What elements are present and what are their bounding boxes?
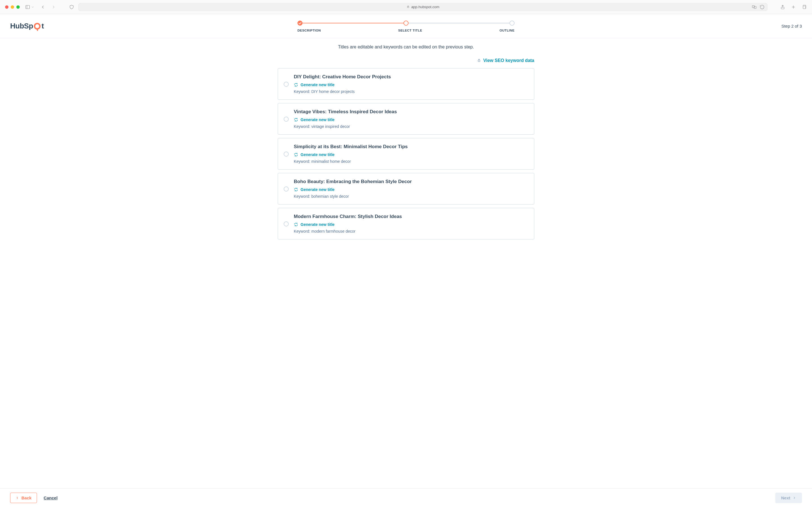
title-option-heading: Modern Farmhouse Charm: Stylish Decor Id… [294, 214, 527, 219]
title-option-heading: Boho Beauty: Embracing the Bohemian Styl… [294, 179, 527, 184]
next-button[interactable]: Next [775, 493, 802, 503]
keyword-value: DIY home decor projects [311, 89, 355, 94]
keyword-prefix: Keyword: [294, 159, 311, 164]
step-label-3: OUTLINE [500, 29, 515, 32]
generate-new-title-link[interactable]: Generate new title [294, 117, 527, 122]
keyword-prefix: Keyword: [294, 229, 311, 233]
app-header: HubSp t DESCRIPTION SELECT TITLE OUTLINE… [0, 14, 812, 38]
generate-new-title-link[interactable]: Generate new title [294, 222, 527, 227]
keyword-value: bohemian style decor [311, 194, 349, 199]
title-option-heading: DIY Delight: Creative Home Decor Project… [294, 74, 527, 80]
refresh-icon [294, 222, 298, 227]
generate-new-title-label: Generate new title [301, 82, 335, 87]
title-radio[interactable] [284, 82, 289, 87]
share-icon[interactable] [780, 4, 785, 10]
subtitle: Titles are editable and keywords can be … [0, 45, 812, 50]
browser-back-button[interactable] [40, 4, 46, 10]
title-radio[interactable] [284, 221, 289, 226]
new-tab-icon[interactable] [791, 4, 796, 10]
generate-new-title-label: Generate new title [301, 187, 335, 192]
step-2-select-title[interactable] [403, 20, 409, 25]
keyword-prefix: Keyword: [294, 89, 311, 94]
step-counter: Step 2 of 3 [781, 24, 802, 29]
refresh-icon [294, 117, 298, 122]
sidebar-toggle-button[interactable] [25, 4, 35, 10]
generate-new-title-link[interactable]: Generate new title [294, 152, 527, 157]
back-button-label: Back [21, 496, 32, 500]
privacy-shield-icon[interactable] [69, 4, 74, 10]
keyword-value: vintage inspired decor [311, 124, 350, 129]
keyword-line: Keyword: modern farmhouse decor [294, 229, 527, 233]
step-label-2: SELECT TITLE [398, 29, 422, 32]
title-option-card[interactable]: Modern Farmhouse Charm: Stylish Decor Id… [278, 208, 534, 239]
stepper-progress-empty [406, 23, 515, 23]
generate-new-title-link[interactable]: Generate new title [294, 187, 527, 192]
generate-new-title-link[interactable]: Generate new title [294, 82, 527, 87]
reload-icon[interactable] [759, 4, 765, 10]
keyword-prefix: Keyword: [294, 194, 311, 199]
keyword-line: Keyword: vintage inspired decor [294, 124, 527, 129]
svg-rect-9 [478, 60, 480, 61]
keyword-prefix: Keyword: [294, 124, 311, 129]
next-button-label: Next [781, 496, 790, 500]
window-zoom-button[interactable] [16, 5, 20, 9]
step-label-1: DESCRIPTION [297, 29, 321, 32]
refresh-icon [294, 152, 298, 157]
address-bar[interactable]: app.hubspot.com [79, 3, 767, 11]
sprocket-icon [34, 23, 41, 30]
chevron-left-icon [15, 496, 19, 500]
svg-rect-0 [26, 5, 30, 9]
title-option-card[interactable]: Simplicity at its Best: Minimalist Home … [278, 138, 534, 170]
wizard-stepper: DESCRIPTION SELECT TITLE OUTLINE [297, 20, 515, 32]
wizard-footer: Back Cancel Next [0, 489, 812, 507]
address-url: app.hubspot.com [411, 5, 440, 9]
keyword-line: Keyword: minimalist home decor [294, 159, 527, 164]
browser-forward-button[interactable] [51, 4, 56, 10]
sidebar-icon [25, 4, 31, 10]
svg-rect-8 [803, 6, 806, 9]
window-traffic-lights [5, 5, 20, 9]
title-option-heading: Vintage Vibes: Timeless Inspired Decor I… [294, 109, 527, 115]
title-option-card[interactable]: DIY Delight: Creative Home Decor Project… [278, 68, 534, 100]
hubspot-logo: HubSp t [10, 22, 44, 31]
keyword-line: Keyword: bohemian style decor [294, 194, 527, 199]
view-seo-keyword-data-link[interactable]: View SEO keyword data [483, 58, 534, 63]
title-radio[interactable] [284, 152, 289, 157]
chevron-down-icon [31, 4, 35, 10]
refresh-icon [294, 82, 298, 87]
tabs-icon[interactable] [801, 4, 807, 10]
generate-new-title-label: Generate new title [301, 222, 335, 227]
logo-text-prefix: HubSp [10, 22, 33, 31]
cancel-link[interactable]: Cancel [44, 496, 57, 500]
step-3-outline [509, 20, 515, 25]
title-option-heading: Simplicity at its Best: Minimalist Home … [294, 144, 527, 150]
chevron-right-icon [793, 496, 796, 500]
keyword-line: Keyword: DIY home decor projects [294, 89, 527, 94]
keyword-value: minimalist home decor [311, 159, 351, 164]
generate-new-title-label: Generate new title [301, 152, 335, 157]
lock-icon [407, 5, 410, 9]
window-minimize-button[interactable] [11, 5, 14, 9]
title-option-card[interactable]: Vintage Vibes: Timeless Inspired Decor I… [278, 103, 534, 135]
keyword-value: modern farmhouse decor [311, 229, 355, 233]
lock-icon [477, 58, 481, 63]
back-button[interactable]: Back [10, 493, 37, 503]
generate-new-title-label: Generate new title [301, 117, 335, 122]
translate-icon[interactable] [751, 4, 757, 10]
title-option-card[interactable]: Boho Beauty: Embracing the Bohemian Styl… [278, 173, 534, 205]
title-radio[interactable] [284, 117, 289, 122]
title-radio[interactable] [284, 186, 289, 191]
main-content: Titles are editable and keywords can be … [0, 38, 812, 489]
browser-chrome: app.hubspot.com [0, 0, 812, 14]
window-close-button[interactable] [5, 5, 8, 9]
stepper-progress-filled [297, 23, 406, 23]
logo-text-suffix: t [42, 22, 44, 31]
svg-rect-2 [407, 6, 409, 8]
refresh-icon [294, 187, 298, 192]
step-1-description[interactable] [297, 20, 303, 25]
